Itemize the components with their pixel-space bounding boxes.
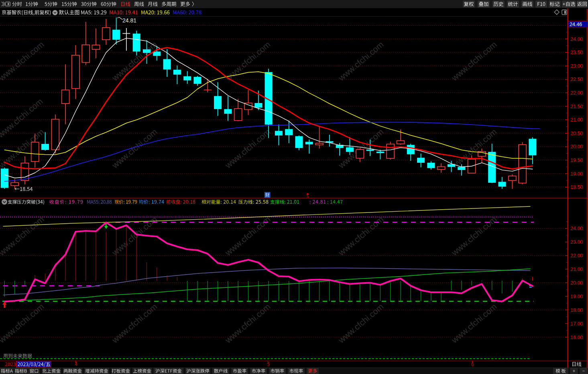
svg-text:20.00: 20.00: [570, 280, 583, 286]
svg-text:23.00: 23.00: [570, 63, 583, 69]
svg-text:20.50: 20.50: [570, 131, 583, 136]
svg-text:23.00: 23.00: [570, 239, 583, 245]
svg-text:24.00: 24.00: [570, 36, 583, 42]
svg-text:24.00: 24.00: [570, 226, 583, 231]
svg-text:21.00: 21.00: [570, 267, 583, 272]
svg-text:17.00: 17.00: [570, 321, 583, 327]
svg-text:22.50: 22.50: [570, 77, 583, 82]
svg-text:24.81: 24.81: [122, 17, 136, 24]
svg-text:20.00: 20.00: [570, 144, 583, 150]
svg-text:18.00: 18.00: [570, 307, 583, 313]
svg-text:22.00: 22.00: [570, 253, 583, 259]
svg-text:21.50: 21.50: [570, 104, 583, 109]
svg-text:19.00: 19.00: [570, 171, 583, 177]
svg-text:24.46: 24.46: [570, 22, 582, 27]
svg-text:19.00: 19.00: [570, 294, 583, 299]
svg-text:19.50: 19.50: [570, 158, 583, 163]
svg-text:22.00: 22.00: [570, 90, 583, 96]
svg-text:23.50: 23.50: [570, 50, 583, 55]
svg-text:18.50: 18.50: [570, 184, 583, 190]
svg-text:21.00: 21.00: [570, 117, 583, 123]
svg-text:16.00: 16.00: [570, 335, 583, 340]
